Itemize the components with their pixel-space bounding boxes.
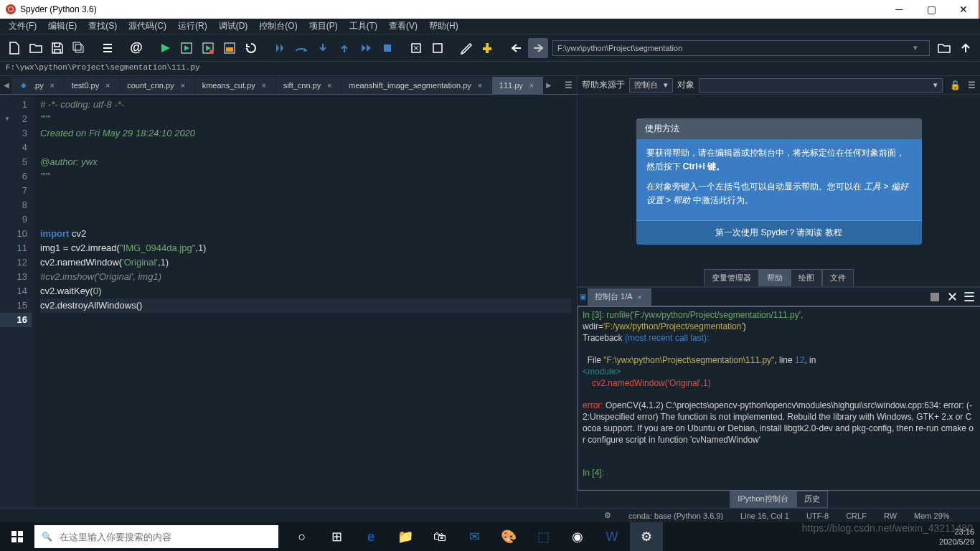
edge-icon[interactable]: e: [354, 522, 387, 551]
status-position: Line 16, Col 1: [740, 512, 789, 520]
menu-debug[interactable]: 调试(D): [213, 19, 254, 34]
options-icon[interactable]: ☰: [968, 80, 976, 90]
menu-tools[interactable]: 工具(T): [344, 19, 383, 34]
task-view-icon[interactable]: ⊞: [320, 522, 353, 551]
step-into-icon[interactable]: [313, 38, 333, 58]
tab-files[interactable]: 文件: [822, 269, 854, 286]
code-content[interactable]: # -*- coding: utf-8 -*- """ Created on F…: [34, 95, 577, 508]
working-dir-input[interactable]: F:\ywx\python\Project\segmentation ▾: [552, 40, 930, 56]
console-output[interactable]: In [3]: runfile('F:/ywx/python/Project/s…: [578, 306, 980, 491]
start-button[interactable]: [0, 522, 34, 551]
chrome-icon[interactable]: ◉: [561, 522, 594, 551]
lock-icon[interactable]: 🔓: [947, 80, 963, 90]
working-dir-text: F:\ywx\python\Project\segmentation: [557, 44, 682, 52]
close-icon[interactable]: ×: [325, 81, 334, 90]
help-object-input[interactable]: ▾: [699, 78, 943, 93]
tab-count-cnn[interactable]: count_cnn.py×: [120, 77, 194, 94]
taskbar-search[interactable]: 🔍: [34, 525, 278, 548]
close-icon[interactable]: ×: [179, 81, 187, 90]
tab-help[interactable]: 帮助: [759, 269, 791, 286]
browse-dir-icon[interactable]: [934, 38, 954, 58]
tab-menu-icon[interactable]: ☰: [560, 77, 577, 94]
chevron-down-icon: ▾: [933, 80, 938, 90]
fullscreen-icon[interactable]: [428, 38, 448, 58]
close-icon[interactable]: ×: [636, 293, 644, 301]
menu-help[interactable]: 帮助(H): [423, 19, 464, 34]
console-stop-icon[interactable]: [927, 289, 943, 305]
maximize-button[interactable]: ▢: [915, 0, 948, 19]
help-source-combo[interactable]: 控制台▾: [629, 78, 673, 93]
continue-icon[interactable]: [356, 38, 376, 58]
save-icon[interactable]: [47, 38, 67, 58]
close-icon[interactable]: ×: [48, 81, 57, 90]
close-icon[interactable]: ×: [476, 81, 484, 90]
editor-tabstrip: ◀ ◆.py× test0.py× count_cnn.py× kmeans_c…: [0, 76, 577, 95]
tab-py[interactable]: ◆.py×: [11, 77, 65, 94]
file-explorer-icon[interactable]: 📁: [389, 522, 422, 551]
console-remove-icon[interactable]: ✕: [944, 289, 960, 305]
cortana-icon[interactable]: ○: [286, 522, 319, 551]
minimize-button[interactable]: ─: [883, 0, 915, 19]
menu-edit[interactable]: 编辑(E): [42, 19, 83, 34]
help-card: 使用方法 要获得帮助，请在编辑器或控制台中，将光标定位在任何对象前面，然后按下 …: [636, 118, 922, 245]
run-selection-icon[interactable]: [220, 38, 240, 58]
run-cell-icon[interactable]: [176, 38, 197, 58]
chevron-down-icon[interactable]: ▾: [913, 43, 925, 52]
open-file-icon[interactable]: [26, 38, 46, 58]
store-icon[interactable]: 🛍: [423, 522, 456, 551]
taskbar-search-input[interactable]: [60, 532, 271, 542]
parent-dir-icon[interactable]: [956, 38, 976, 58]
word-icon[interactable]: W: [595, 522, 628, 551]
console-tab-1a[interactable]: 控制台 1/A×: [588, 288, 651, 306]
list-icon[interactable]: [98, 38, 118, 58]
menu-console[interactable]: 控制台(O): [253, 19, 303, 34]
tab-111[interactable]: 111.py×: [492, 77, 544, 94]
menu-run[interactable]: 运行(R): [172, 19, 213, 34]
help-tutorial-link[interactable]: 第一次使用 Spyder？请阅读 教程: [636, 220, 922, 245]
tab-scroll-left-icon[interactable]: ◀: [1, 77, 11, 94]
tab-meanshift[interactable]: meanshift_image_segmentation.py×: [341, 77, 492, 94]
menu-file[interactable]: 文件(F): [3, 19, 42, 34]
rerun-icon[interactable]: [241, 38, 261, 58]
vscode-icon[interactable]: ⬚: [527, 522, 560, 551]
close-icon[interactable]: ×: [260, 81, 268, 90]
status-mode: RW: [884, 512, 897, 520]
menu-source[interactable]: 源代码(C): [123, 19, 172, 34]
spyder-taskbar-icon[interactable]: ⚙: [630, 522, 663, 551]
mail-icon[interactable]: ✉: [458, 522, 491, 551]
preferences-icon[interactable]: [456, 38, 476, 58]
menu-search[interactable]: 查找(S): [83, 19, 123, 34]
back-icon[interactable]: [507, 38, 527, 58]
console-tab-icon[interactable]: ▣: [578, 288, 588, 306]
step-over-icon[interactable]: [291, 38, 311, 58]
menu-project[interactable]: 项目(P): [303, 19, 344, 34]
new-file-icon[interactable]: [4, 38, 24, 58]
forward-icon[interactable]: [528, 38, 548, 58]
close-button[interactable]: ✕: [948, 0, 980, 19]
close-icon[interactable]: ×: [103, 81, 112, 90]
close-icon[interactable]: ×: [527, 81, 536, 90]
run-cell-advance-icon[interactable]: [198, 38, 218, 58]
tab-variables[interactable]: 变量管理器: [704, 269, 759, 286]
debug-icon[interactable]: [270, 38, 290, 58]
tab-kmeans-cut[interactable]: kmeans_cut.py×: [195, 77, 276, 94]
at-icon[interactable]: @: [126, 38, 146, 58]
app-icon[interactable]: 🎨: [492, 522, 525, 551]
maximize-pane-icon[interactable]: [406, 38, 426, 58]
console-options-icon[interactable]: ☰: [961, 289, 977, 305]
python-path-icon[interactable]: [478, 38, 498, 58]
tab-scroll-right-icon[interactable]: ▶: [544, 77, 554, 94]
stop-debug-icon[interactable]: [377, 38, 397, 58]
tab-test0[interactable]: test0.py×: [65, 77, 121, 94]
svg-rect-11: [18, 531, 23, 536]
menu-view[interactable]: 查看(V): [383, 19, 423, 34]
code-editor[interactable]: 12345678910111213141516 # -*- coding: ut…: [0, 95, 577, 508]
tab-history[interactable]: 历史: [796, 491, 828, 508]
save-all-icon[interactable]: [69, 38, 89, 58]
tab-plots[interactable]: 绘图: [791, 269, 822, 286]
run-icon[interactable]: [155, 38, 175, 58]
console-bottom-tabs: IPython控制台 历史: [578, 491, 980, 508]
step-out-icon[interactable]: [334, 38, 354, 58]
tab-sift-cnn[interactable]: sift_cnn.py×: [276, 77, 342, 94]
tab-ipython[interactable]: IPython控制台: [730, 491, 796, 508]
